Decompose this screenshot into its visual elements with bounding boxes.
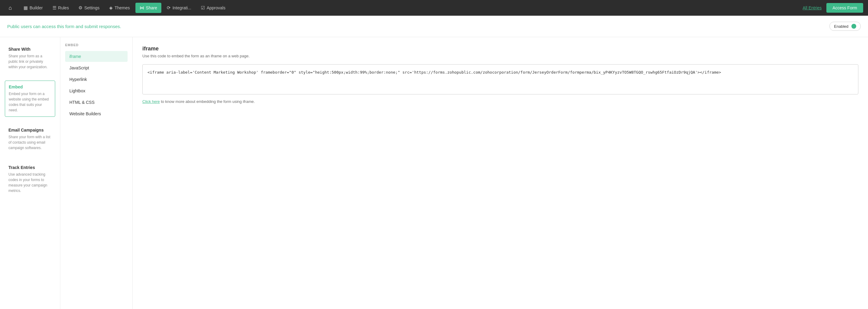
sidebar-section-title-email-campaigns: Email Campaigns bbox=[8, 128, 52, 132]
nav-item-themes[interactable]: ◈ Themes bbox=[105, 3, 134, 13]
sidebar-section-track-entries[interactable]: Track Entries Use advanced tracking code… bbox=[5, 161, 55, 197]
integrations-icon: ⟳ bbox=[167, 5, 171, 10]
nav-label-settings: Settings bbox=[84, 5, 99, 10]
sidebar-section-desc-share-with: Share your form as a public link or priv… bbox=[8, 54, 52, 70]
access-form-button[interactable]: Access Form bbox=[826, 3, 863, 13]
sidebar-section-desc-email-campaigns: Share your form with a list of contacts … bbox=[8, 134, 52, 151]
main-container: Public users can access this form and su… bbox=[0, 16, 868, 309]
iframe-info-text: Click here to know more about embedding … bbox=[142, 99, 858, 104]
iframe-content-panel: iframe Use this code to embed the form a… bbox=[133, 37, 868, 309]
sidebar-section-email-campaigns[interactable]: Email Campaigns Share your form with a l… bbox=[5, 124, 55, 154]
embed-menu-item-javascript[interactable]: JavaScript bbox=[65, 62, 128, 73]
embed-menu-label-lightbox: Lightbox bbox=[69, 88, 85, 93]
nav-label-themes: Themes bbox=[115, 5, 130, 10]
click-here-link[interactable]: Click here bbox=[142, 99, 160, 104]
themes-icon: ◈ bbox=[109, 5, 113, 10]
embed-menu-label-html-css: HTML & CSS bbox=[69, 100, 95, 105]
rules-icon: ☰ bbox=[53, 5, 56, 10]
toggle-dot-indicator bbox=[851, 24, 856, 29]
nav-item-approvals[interactable]: ☑ Approvals bbox=[197, 3, 229, 13]
iframe-panel-title: iframe bbox=[142, 45, 858, 52]
all-entries-link[interactable]: All Entries bbox=[803, 5, 822, 10]
embed-menu-item-iframe[interactable]: iframe bbox=[65, 51, 128, 62]
embed-menu-label-javascript: JavaScript bbox=[69, 65, 89, 70]
embed-menu-label-iframe: iframe bbox=[69, 54, 81, 59]
embed-menu-item-lightbox[interactable]: Lightbox bbox=[65, 85, 128, 96]
nav-label-approvals: Approvals bbox=[207, 5, 225, 10]
sidebar-section-share-with[interactable]: Share With Share your form as a public l… bbox=[5, 43, 55, 73]
share-icon: ⋈ bbox=[140, 5, 144, 10]
enabled-label: Enabled bbox=[834, 24, 848, 29]
embed-menu-label-website-builders: Website Builders bbox=[69, 111, 101, 116]
sidebar-section-desc-track-entries: Use advanced tracking codes in your form… bbox=[8, 172, 52, 193]
nav-item-integrations[interactable]: ⟳ Integrati... bbox=[162, 3, 195, 13]
settings-icon: ⚙ bbox=[79, 5, 82, 10]
sidebar-section-title-share-with: Share With bbox=[8, 47, 52, 52]
embed-menu-panel: EMBED iframe JavaScript Hyperlink Lightb… bbox=[60, 37, 133, 309]
left-sidebar: Share With Share your form as a public l… bbox=[0, 37, 60, 309]
embed-menu-label-hyperlink: Hyperlink bbox=[69, 77, 87, 82]
nav-item-rules[interactable]: ☰ Rules bbox=[48, 3, 73, 13]
approvals-icon: ☑ bbox=[201, 5, 205, 10]
sidebar-section-title-track-entries: Track Entries bbox=[8, 165, 52, 170]
nav-item-share[interactable]: ⋈ Share bbox=[135, 3, 161, 13]
sidebar-section-desc-embed: Embed your form on a website using the e… bbox=[9, 91, 51, 113]
sidebar-section-title-embed: Embed bbox=[9, 85, 51, 89]
builder-icon: ▦ bbox=[24, 5, 28, 10]
nav-label-rules: Rules bbox=[58, 5, 69, 10]
iframe-code-box[interactable]: <iframe aria-label='Content Marketing Wo… bbox=[142, 64, 858, 94]
enabled-toggle[interactable]: Enabled bbox=[829, 22, 861, 31]
public-banner-text: Public users can access this form and su… bbox=[7, 24, 121, 29]
public-banner: Public users can access this form and su… bbox=[0, 16, 868, 37]
nav-item-settings[interactable]: ⚙ Settings bbox=[74, 3, 104, 13]
content-area: Share With Share your form as a public l… bbox=[0, 37, 868, 309]
iframe-panel-description: Use this code to embed the form as an if… bbox=[142, 54, 858, 58]
iframe-info-suffix: to know more about embedding the form us… bbox=[160, 99, 255, 104]
embed-section-label: EMBED bbox=[65, 43, 128, 47]
embed-menu-item-hyperlink[interactable]: Hyperlink bbox=[65, 74, 128, 85]
home-icon: ⌂ bbox=[9, 5, 12, 11]
home-button[interactable]: ⌂ bbox=[5, 2, 16, 13]
embed-menu-item-html-css[interactable]: HTML & CSS bbox=[65, 97, 128, 108]
nav-label-share: Share bbox=[146, 5, 157, 10]
nav-item-builder[interactable]: ▦ Builder bbox=[19, 3, 47, 13]
nav-right-area: All Entries Access Form bbox=[803, 3, 863, 13]
nav-label-builder: Builder bbox=[30, 5, 43, 10]
embed-menu-item-website-builders[interactable]: Website Builders bbox=[65, 108, 128, 119]
nav-label-integrations: Integrati... bbox=[173, 5, 191, 10]
top-navigation: ⌂ ▦ Builder ☰ Rules ⚙ Settings ◈ Themes … bbox=[0, 0, 868, 16]
sidebar-section-embed[interactable]: Embed Embed your form on a website using… bbox=[5, 81, 55, 117]
